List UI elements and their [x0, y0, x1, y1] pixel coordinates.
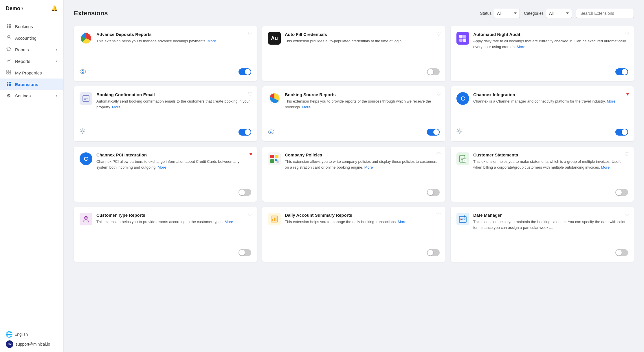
favorite-icon-channex-pci[interactable]: ♥: [249, 151, 252, 157]
svg-rect-1: [9, 24, 11, 25]
ext-more-automated-night-audit[interactable]: More: [517, 45, 525, 49]
toggle-booking-source[interactable]: [427, 129, 440, 136]
extension-card-customer-statements: ♡ Customer Statements This extension hel…: [451, 147, 634, 202]
sidebar-item-bookings[interactable]: Bookings: [0, 21, 63, 32]
svg-rect-10: [9, 82, 11, 83]
user-profile[interactable]: JN support@minical.io: [6, 340, 58, 348]
ext-icon-automated-night-audit: [456, 32, 469, 45]
svg-rect-46: [272, 219, 273, 221]
status-select[interactable]: All Active Inactive: [494, 9, 520, 18]
favorite-icon-automated-night-audit[interactable]: ♡: [625, 31, 629, 37]
favorite-icon-company-policies[interactable]: ♡: [436, 151, 441, 158]
svg-rect-32: [275, 159, 277, 161]
ext-desc-automated-night-audit: Apply daily rate to all bookings that ar…: [473, 38, 628, 50]
ext-name-auto-fill: Auto Fill Credentials: [285, 32, 440, 37]
toggle-advance-deposits[interactable]: [238, 68, 251, 75]
settings-icon: ⚙: [6, 93, 12, 99]
svg-rect-16: [459, 35, 463, 38]
favorite-icon-advance-deposits[interactable]: ♡: [248, 31, 252, 37]
toggle-channex-pci[interactable]: [238, 189, 251, 196]
ext-name-booking-source: Booking Source Reports: [285, 92, 440, 97]
svg-rect-48: [276, 218, 276, 221]
ext-more-customer-type-reports[interactable]: More: [225, 220, 233, 224]
svg-rect-55: [464, 219, 465, 220]
sidebar-item-accounting[interactable]: Accounting: [0, 32, 63, 44]
ext-more-daily-account-summary[interactable]: More: [398, 220, 406, 224]
ext-more-customer-statements[interactable]: More: [601, 165, 610, 169]
eye-icon-advance-deposits[interactable]: [80, 69, 86, 75]
language-label: English: [14, 332, 28, 337]
gear-icon-channex-integration[interactable]: [456, 128, 462, 136]
favorite-icon-customer-statements[interactable]: ♡: [625, 151, 629, 158]
sidebar-nav: Bookings Accounting Rooms ▾ Reports ▾: [0, 17, 63, 327]
eye-icon-booking-source[interactable]: [268, 129, 274, 136]
svg-rect-29: [270, 155, 274, 158]
favorite-icon-daily-account-summary[interactable]: ♡: [436, 211, 441, 218]
toggle-company-policies[interactable]: [427, 189, 440, 196]
ext-icon-advance-deposits: [80, 32, 92, 45]
categories-label: Categories: [524, 11, 544, 16]
toggle-automated-night-audit[interactable]: [615, 68, 628, 75]
ext-more-company-policies[interactable]: More: [364, 165, 373, 169]
svg-rect-30: [275, 155, 278, 158]
notification-bell-icon[interactable]: 🔔: [51, 5, 58, 12]
ext-icon-auto-fill: Au: [268, 32, 281, 45]
toggle-booking-confirmation[interactable]: [238, 129, 251, 136]
sidebar-item-rooms[interactable]: Rooms ▾: [0, 44, 63, 55]
svg-point-26: [268, 130, 274, 134]
ext-more-channex-integration[interactable]: More: [607, 99, 616, 103]
extensions-icon: [6, 81, 12, 87]
favorite-icon-auto-fill[interactable]: ♡: [436, 31, 441, 37]
my-properties-label: My Properties: [15, 70, 42, 75]
svg-rect-11: [7, 84, 8, 86]
sidebar-item-reports[interactable]: Reports ▾: [0, 55, 63, 67]
rooms-label: Rooms: [15, 47, 29, 52]
ext-more-booking-source[interactable]: More: [302, 105, 311, 109]
svg-rect-0: [7, 24, 8, 25]
language-selector[interactable]: 🌐 English: [6, 331, 58, 338]
rooms-chevron-icon: ▾: [56, 48, 58, 52]
ext-icon-channex-pci: C: [80, 152, 92, 165]
extension-card-customer-type-reports: ♡ Customer Type Reports This extension h…: [74, 207, 257, 262]
toggle-customer-statements[interactable]: [615, 189, 628, 196]
avatar: JN: [6, 340, 13, 348]
app-title[interactable]: Demo ▾: [6, 6, 23, 12]
toggle-auto-fill[interactable]: [427, 68, 440, 75]
ext-name-customer-statements: Customer Statements: [473, 152, 628, 157]
toggle-channex-integration[interactable]: [615, 129, 628, 136]
svg-rect-6: [9, 70, 11, 72]
gear-icon-booking-confirmation[interactable]: [80, 128, 85, 136]
toggle-date-manager[interactable]: [615, 249, 628, 256]
sidebar-item-settings[interactable]: ⚙ Settings ▾: [0, 90, 63, 101]
favorite-icon-customer-type-reports[interactable]: ♡: [248, 211, 252, 218]
svg-rect-12: [9, 84, 11, 86]
ext-more-channex-pci[interactable]: More: [158, 165, 166, 169]
categories-filter-group: Categories All: [524, 9, 572, 18]
ext-more-advance-deposits[interactable]: More: [208, 39, 216, 43]
favorite-icon-booking-confirmation[interactable]: ♡: [248, 91, 252, 97]
toggle-daily-account-summary[interactable]: [427, 249, 440, 256]
ext-more-booking-confirmation[interactable]: More: [112, 105, 121, 109]
toggle-customer-type-reports[interactable]: [238, 249, 251, 256]
svg-rect-3: [9, 26, 11, 28]
categories-select[interactable]: All: [546, 9, 572, 18]
favorite-icon-channex-integration[interactable]: ♥: [626, 91, 629, 97]
ext-icon-customer-type-reports: [80, 213, 92, 225]
my-properties-icon: [6, 70, 12, 76]
extension-card-booking-source: ♡ Booking Source Reports This extension …: [262, 86, 445, 141]
ext-icon-booking-confirmation: [80, 92, 92, 105]
bookings-icon: [6, 23, 12, 29]
ext-icon-date-manager: [456, 213, 469, 225]
favorite-icon-date-manager[interactable]: ♡: [625, 211, 629, 218]
accounting-icon: [6, 35, 12, 41]
sidebar-item-my-properties[interactable]: My Properties: [0, 67, 63, 79]
bookings-label: Bookings: [15, 24, 33, 29]
search-input[interactable]: [576, 9, 634, 18]
sidebar-item-extensions[interactable]: Extensions: [0, 79, 63, 90]
extension-card-advance-deposits: ♡ Advance Deposits Reports This extensio…: [74, 26, 257, 81]
favorite-icon-booking-source[interactable]: ♡: [436, 91, 441, 97]
svg-rect-5: [7, 70, 8, 72]
page-header: Extensions Status All Active Inactive Ca…: [74, 9, 634, 18]
ext-desc-company-policies: This extension allows you to write compa…: [285, 159, 440, 170]
reports-icon: [6, 58, 12, 64]
